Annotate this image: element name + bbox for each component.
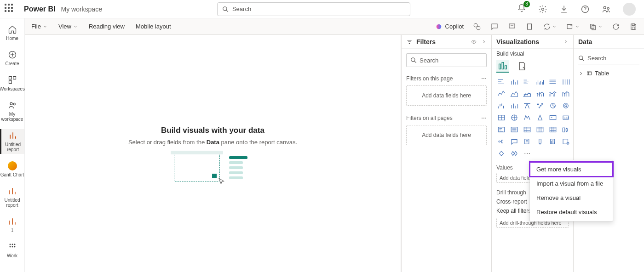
ribbon-file[interactable]: File bbox=[31, 23, 47, 30]
menu-remove-visual[interactable]: Remove a visual bbox=[530, 191, 613, 205]
viz-kpi[interactable] bbox=[496, 125, 506, 134]
chevron-down-icon bbox=[73, 24, 78, 29]
workspace-breadcrumb[interactable]: My workspace bbox=[61, 6, 102, 13]
svg-rect-33 bbox=[505, 66, 507, 69]
viz-donut[interactable] bbox=[548, 101, 558, 110]
more-icon[interactable]: ⋯ bbox=[481, 75, 487, 82]
viz-clustered-bar[interactable] bbox=[522, 77, 532, 86]
rail-one[interactable]: 1 bbox=[0, 215, 24, 235]
rail-my-workspace[interactable]: My workspace bbox=[0, 99, 24, 124]
viz-py-visual[interactable] bbox=[561, 125, 571, 134]
svg-point-28 bbox=[473, 41, 474, 42]
copy-dropdown[interactable] bbox=[589, 23, 603, 31]
ribbon-reading-view[interactable]: Reading view bbox=[89, 23, 125, 30]
eye-icon[interactable] bbox=[471, 39, 477, 45]
viz-clustered-column[interactable] bbox=[535, 77, 545, 86]
ribbon-mobile-layout[interactable]: Mobile layout bbox=[136, 23, 171, 30]
viz-azure-map[interactable] bbox=[522, 113, 532, 122]
viz-treemap[interactable] bbox=[561, 101, 571, 110]
svg-rect-21 bbox=[509, 24, 515, 28]
sync-dropdown[interactable] bbox=[543, 23, 557, 31]
svg-point-2 bbox=[542, 8, 544, 10]
viz-scatter[interactable] bbox=[522, 101, 532, 110]
rail-untitled-report-2[interactable]: Untitled report bbox=[0, 185, 24, 210]
viz-line-clustered-column[interactable] bbox=[548, 89, 558, 98]
viz-custom-1[interactable] bbox=[496, 149, 506, 158]
people-icon bbox=[8, 101, 17, 110]
app-launcher-icon[interactable] bbox=[5, 4, 16, 15]
data-search[interactable]: Search bbox=[578, 52, 639, 64]
account-manager-icon[interactable] bbox=[602, 5, 611, 14]
copy-icon bbox=[589, 23, 597, 31]
viz-area[interactable] bbox=[509, 89, 519, 98]
viz-custom-2[interactable] bbox=[509, 149, 519, 158]
rail-home[interactable]: Home bbox=[0, 23, 24, 43]
download-icon[interactable] bbox=[559, 5, 569, 14]
rail-create[interactable]: Create bbox=[0, 48, 24, 68]
viz-gauge[interactable] bbox=[535, 113, 545, 122]
viz-key-influencers[interactable] bbox=[496, 137, 506, 146]
ribbon-view[interactable]: View bbox=[58, 23, 78, 30]
avatar[interactable] bbox=[623, 3, 636, 16]
viz-r-visual[interactable] bbox=[548, 125, 558, 134]
viz-line[interactable] bbox=[496, 89, 506, 98]
more-icon[interactable]: ⋯ bbox=[481, 115, 487, 121]
rail-workspaces[interactable]: Workspaces bbox=[0, 74, 24, 93]
save-icon[interactable] bbox=[629, 23, 638, 31]
table-icon bbox=[586, 71, 592, 76]
viz-qa[interactable] bbox=[522, 137, 532, 146]
viz-ribbon[interactable] bbox=[561, 89, 571, 98]
data-table-item[interactable]: Table bbox=[574, 68, 644, 79]
menu-import-visual[interactable]: Import a visual from a file bbox=[530, 176, 613, 191]
viz-powerapps[interactable] bbox=[561, 137, 571, 146]
filters-all-pages-drop[interactable]: Add data fields here bbox=[406, 125, 487, 145]
viz-funnel[interactable] bbox=[509, 101, 519, 110]
comment-icon[interactable] bbox=[490, 23, 499, 31]
explore-icon[interactable] bbox=[473, 23, 481, 31]
viz-more-button[interactable]: ⋯ bbox=[522, 149, 532, 158]
menu-get-more-visuals[interactable]: Get more visuals bbox=[530, 162, 613, 176]
viz-filled-map[interactable] bbox=[509, 113, 519, 122]
viz-slicer[interactable] bbox=[509, 125, 519, 134]
viz-decomposition[interactable] bbox=[509, 137, 519, 146]
viz-stacked-column[interactable] bbox=[509, 77, 519, 86]
filters-search[interactable]: Search bbox=[406, 53, 487, 67]
rail-gantt-chart[interactable]: Gantt Chart bbox=[0, 159, 24, 179]
rail-work[interactable]: Work bbox=[0, 240, 24, 260]
viz-paginated[interactable] bbox=[548, 137, 558, 146]
global-search[interactable]: Search bbox=[217, 2, 410, 16]
viz-stacked-area[interactable] bbox=[522, 89, 532, 98]
rail-label: Untitled report bbox=[5, 198, 20, 208]
format-visual-tab[interactable] bbox=[516, 60, 529, 73]
viz-map[interactable] bbox=[496, 113, 506, 122]
report-canvas[interactable]: Build visuals with your data Select or d… bbox=[25, 35, 401, 272]
svg-point-40 bbox=[565, 105, 567, 107]
viz-narrative[interactable] bbox=[535, 137, 545, 146]
viz-pie[interactable] bbox=[535, 101, 545, 110]
viz-waterfall[interactable] bbox=[496, 101, 506, 110]
viz-multi-row-card[interactable]: 123 bbox=[561, 113, 571, 122]
rail-untitled-report[interactable]: Untitled report bbox=[0, 129, 24, 154]
format-icon bbox=[517, 61, 527, 71]
settings-icon[interactable] bbox=[538, 5, 547, 14]
notifications-button[interactable]: 3 bbox=[517, 4, 526, 15]
build-visual-tab[interactable] bbox=[496, 60, 509, 73]
viz-100-stacked-bar[interactable] bbox=[548, 77, 558, 86]
filters-this-page-drop[interactable]: Add data fields here bbox=[406, 85, 487, 106]
help-icon[interactable] bbox=[581, 5, 590, 14]
viz-table[interactable] bbox=[522, 125, 532, 134]
viz-matrix[interactable] bbox=[535, 125, 545, 134]
collapse-icon[interactable] bbox=[563, 39, 569, 45]
viz-stacked-bar[interactable] bbox=[496, 77, 506, 86]
bookmark-icon[interactable] bbox=[508, 23, 516, 31]
viz-card[interactable] bbox=[548, 113, 558, 122]
viz-line-stacked-column[interactable] bbox=[535, 89, 545, 98]
viz-mode-tabs bbox=[492, 59, 573, 75]
refresh-icon[interactable] bbox=[612, 23, 620, 31]
collapse-icon[interactable] bbox=[481, 39, 487, 45]
menu-restore-default[interactable]: Restore default visuals bbox=[530, 205, 613, 219]
copilot-button[interactable]: Copilot bbox=[435, 23, 464, 30]
bookmark2-icon[interactable] bbox=[525, 23, 534, 31]
viz-100-stacked-column[interactable] bbox=[561, 77, 571, 86]
export-dropdown[interactable] bbox=[566, 23, 580, 31]
